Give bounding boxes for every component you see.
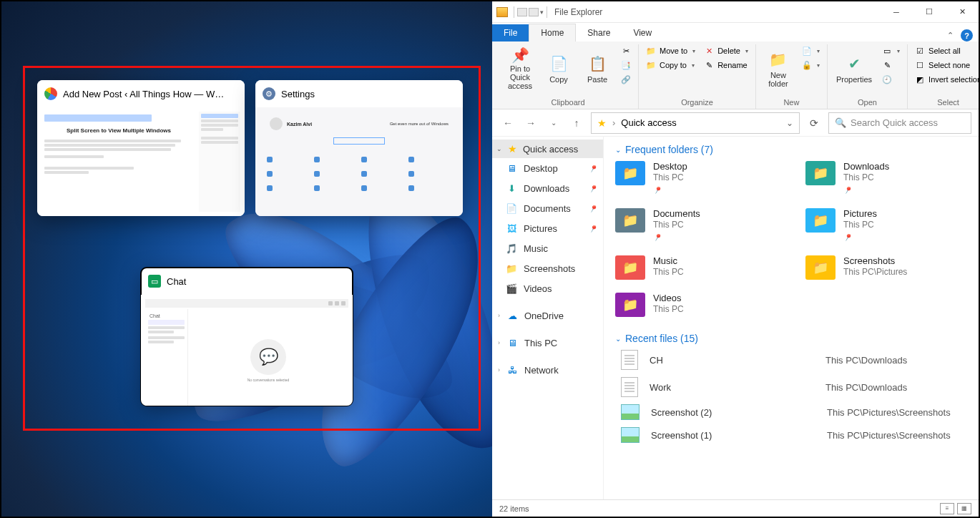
nav-bar: ← → ⌄ ↑ ★ › Quick access ⌄ ⟳ 🔍 Search Qu… [492,109,979,137]
edit-button[interactable]: ✎ [879,59,903,72]
window-title: File Explorer [554,7,602,17]
folder-item[interactable]: 📁DownloadsThis PC📍 [805,161,967,195]
sidebar-item[interactable]: ⬇Downloads📍 [492,178,603,198]
folder-item[interactable]: 📁PicturesThis PC📍 [805,208,967,243]
sidebar-thispc[interactable]: ›🖥This PC [492,333,603,353]
up-button[interactable]: ↑ [568,114,585,132]
tab-file[interactable]: File [492,24,529,41]
sidebar-item[interactable]: 🖼Pictures📍 [492,218,603,238]
rename-button[interactable]: ✎Rename [701,59,751,72]
snap-thumb-settings[interactable]: ⚙ Settings Kazim Alvi Get even more out … [255,80,463,216]
sidebar-item[interactable]: 🎬Videos [492,278,603,298]
easyaccess-button[interactable]: 🔓▾ [799,59,823,72]
moveto-button[interactable]: 📁Move to▾ [643,44,698,57]
search-placeholder: Search Quick access [851,117,938,128]
selectall-button[interactable]: ☑Select all [912,44,980,57]
sidebar-quickaccess[interactable]: ⌄★Quick access [492,140,603,158]
recent-file-item[interactable]: Screenshot (1)This PC\Pictures\Screensho… [615,427,967,443]
view-details-icon[interactable]: ≡ [940,503,954,514]
pin-quickaccess-button[interactable]: 📌Pin to Quick access [502,44,538,93]
search-box[interactable]: 🔍 Search Quick access [828,112,971,134]
copypath-button[interactable]: 📑 [618,59,634,72]
content-pane: ⌄Frequent folders (7) 📁DesktopThis PC📍📁D… [604,137,979,499]
snap-thumb-chrome[interactable]: Add New Post ‹ All Things How — W… Split… [37,80,245,216]
qat-properties-icon[interactable] [517,8,527,16]
forward-button[interactable]: → [522,114,539,132]
back-button[interactable]: ← [499,114,516,132]
status-bar: 22 items ≡ ▦ [492,499,979,517]
chat-icon: ▭ [148,275,161,288]
delete-button[interactable]: ✕Delete▾ [701,44,751,57]
qat-newfolder-icon[interactable] [529,8,539,16]
recent-file-item[interactable]: Screenshot (2)This PC\Pictures\Screensho… [615,404,967,420]
thumb-title: Chat [167,276,186,287]
thumb-title: Add New Post ‹ All Things How — W… [63,89,224,99]
address-bar[interactable]: ★ › Quick access ⌄ [591,112,800,134]
address-location: Quick access [621,117,676,128]
newfolder-button[interactable]: 📁New folder [760,44,796,93]
status-text: 22 items [499,504,529,513]
sidebar-item[interactable]: 🎵Music [492,238,603,258]
ribbon-collapse-icon[interactable]: ⌃ [947,31,954,40]
folder-item[interactable]: 📁ScreenshotsThis PC\Pictures [805,255,967,280]
folder-item[interactable]: 📁DesktopThis PC📍 [615,161,777,195]
sidebar-item[interactable]: 📄Documents📍 [492,198,603,218]
sidebar-item[interactable]: 📁Screenshots [492,258,603,278]
selectnone-button[interactable]: ☐Select none [912,59,980,72]
paste-shortcut-button[interactable]: 🔗 [618,73,634,86]
folder-item[interactable]: 📁MusicThis PC [615,255,777,280]
recent-file-item[interactable]: WorkThis PC\Downloads [615,377,967,397]
copy-button[interactable]: 📄Copy [541,44,577,93]
ribbon-tabs: File Home Share View ⌃ ? [492,23,979,41]
search-icon: 🔍 [835,117,846,128]
tab-home[interactable]: Home [529,24,576,41]
frequent-heading[interactable]: ⌄Frequent folders (7) [615,144,967,155]
snap-thumb-chat[interactable]: ▭ Chat Chat 💬 No conversations selected [141,268,353,406]
tab-share[interactable]: Share [576,24,622,41]
help-icon[interactable]: ? [961,29,973,41]
chrome-icon [44,87,57,100]
folder-item[interactable]: 📁DocumentsThis PC📍 [615,208,777,243]
paste-button[interactable]: 📋Paste [579,44,615,93]
explorer-icon [496,7,508,17]
sidebar-onedrive[interactable]: ›☁OneDrive [492,306,603,326]
invertselect-button[interactable]: ◩Invert selection [912,73,980,86]
refresh-button[interactable]: ⟳ [805,114,823,132]
maximize-button[interactable]: ☐ [913,1,946,23]
nav-pane: ⌄★Quick access 🖥Desktop📍⬇Downloads📍📄Docu… [492,137,604,499]
minimize-button[interactable]: ─ [880,1,913,23]
sidebar-item[interactable]: 🖥Desktop📍 [492,158,603,178]
recent-dropdown[interactable]: ⌄ [545,114,562,132]
settings-icon: ⚙ [263,87,275,100]
properties-button[interactable]: ✔Properties [832,44,876,93]
tab-view[interactable]: View [622,24,663,41]
file-explorer-window: ▾ File Explorer ─ ☐ ✕ File Home Share Vi… [492,1,979,517]
desktop-background: Add New Post ‹ All Things How — W… Split… [1,1,492,517]
recent-file-item[interactable]: CHThis PC\Downloads [615,350,967,370]
close-button[interactable]: ✕ [946,1,979,23]
recent-heading[interactable]: ⌄Recent files (15) [615,333,967,344]
newitem-button[interactable]: 📄▾ [799,44,823,57]
history-button[interactable]: 🕘 [879,73,903,86]
titlebar[interactable]: ▾ File Explorer ─ ☐ ✕ [492,1,979,23]
folder-item[interactable]: 📁VideosThis PC [615,293,777,317]
star-icon: ★ [597,117,607,129]
cut-button[interactable]: ✂ [618,44,634,57]
sidebar-network[interactable]: ›🖧Network [492,360,603,380]
view-large-icon[interactable]: ▦ [957,503,971,514]
thumb-title: Settings [281,89,315,99]
ribbon: 📌Pin to Quick access 📄Copy 📋Paste ✂ 📑 🔗 … [492,41,979,109]
copyto-button[interactable]: 📁Copy to▾ [643,59,698,72]
open-button[interactable]: ▭▾ [879,44,903,57]
